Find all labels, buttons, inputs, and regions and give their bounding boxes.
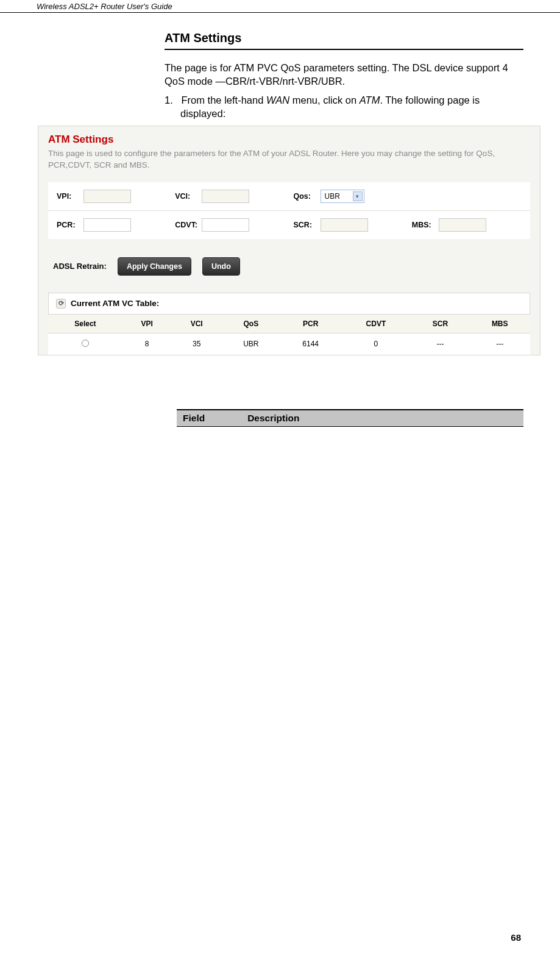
refresh-icon: ⟳ (56, 299, 66, 309)
cell-scr: --- (411, 333, 469, 355)
qos-group: Qos: UBR ▾ (294, 190, 403, 203)
cell-mbs: --- (469, 333, 530, 355)
col-select: Select (48, 314, 122, 333)
cell-select (48, 333, 122, 355)
scr-group: SCR: (294, 218, 403, 232)
vci-label: VCI: (175, 192, 198, 201)
step-wan: WAN (266, 95, 289, 105)
col-cdvt: CDVT (341, 314, 411, 333)
scr-input[interactable] (321, 218, 368, 232)
cell-qos: UBR (222, 333, 280, 355)
page-header: Wireless ADSL2+ Router User's Guide (0, 0, 560, 13)
field-label: Field (183, 413, 205, 424)
field-desc-block: Field Description (177, 409, 523, 427)
cell-vci: 35 (171, 333, 221, 355)
vc-table-title: Current ATM VC Table: (71, 299, 159, 308)
vci-group: VCI: (175, 190, 285, 203)
params-row-2: PCR: CDVT: SCR: MBS: (48, 210, 530, 239)
cdvt-input[interactable] (202, 218, 249, 232)
spacer (412, 190, 522, 203)
page-number: 68 (511, 932, 521, 943)
table-row: 8 35 UBR 6144 0 --- --- (48, 333, 530, 355)
chevron-down-icon: ▾ (353, 191, 363, 201)
col-vpi: VPI (122, 314, 172, 333)
col-pcr: PCR (280, 314, 341, 333)
mbs-label: MBS: (412, 221, 435, 229)
params-row-1: VPI: VCI: Qos: UBR ▾ (48, 182, 530, 210)
col-qos: QoS (222, 314, 280, 333)
vci-input[interactable] (202, 190, 249, 203)
vpi-input[interactable] (83, 190, 131, 203)
step-text: 1. From the left-hand WAN menu, click on… (165, 93, 523, 121)
cdvt-label: CDVT: (175, 221, 198, 229)
step-part-a: From the left-hand (182, 95, 266, 105)
cdvt-group: CDVT: (175, 218, 285, 232)
retrain-label: ADSL Retrain: (53, 262, 107, 271)
ss-title: ATM Settings (48, 134, 530, 146)
step-number: 1. (165, 95, 173, 105)
cell-pcr: 6144 (280, 333, 341, 355)
pcr-group: PCR: (57, 218, 166, 232)
vpi-group: VPI: (57, 190, 166, 203)
qos-select[interactable]: UBR ▾ (321, 190, 364, 203)
pcr-label: PCR: (57, 221, 80, 229)
mbs-input[interactable] (439, 218, 486, 232)
ss-desc: This page is used to configure the param… (48, 148, 530, 171)
step-part-b: menu, click on (289, 95, 360, 105)
qos-value: UBR (325, 192, 340, 201)
col-vci: VCI (171, 314, 221, 333)
vc-table-head-row: Select VPI VCI QoS PCR CDVT SCR MBS (48, 314, 530, 333)
qos-label: Qos: (294, 192, 317, 201)
intro-text: The page is for ATM PVC QoS parameters s… (165, 61, 523, 88)
settings-screenshot: ATM Settings This page is used to config… (38, 126, 541, 355)
vc-table: Select VPI VCI QoS PCR CDVT SCR MBS 8 35… (48, 314, 530, 355)
section-title: ATM Settings (165, 31, 523, 50)
mbs-group: MBS: (412, 218, 522, 232)
row-radio[interactable] (82, 340, 89, 347)
undo-button[interactable]: Undo (202, 257, 240, 276)
cell-vpi: 8 (122, 333, 172, 355)
step-atm: ATM (360, 95, 380, 105)
vpi-label: VPI: (57, 192, 80, 201)
content-area: ATM Settings The page is for ATM PVC QoS… (0, 13, 560, 121)
col-scr: SCR (411, 314, 469, 333)
cell-cdvt: 0 (341, 333, 411, 355)
apply-changes-button[interactable]: Apply Changes (118, 257, 191, 276)
vc-table-header: ⟳ Current ATM VC Table: (48, 293, 530, 314)
field-desc-header: Field Description (177, 409, 523, 427)
scr-label: SCR: (294, 221, 317, 229)
retrain-row: ADSL Retrain: Apply Changes Undo (48, 239, 530, 293)
description-label: Description (247, 413, 299, 424)
col-mbs: MBS (469, 314, 530, 333)
pcr-input[interactable] (83, 218, 131, 232)
